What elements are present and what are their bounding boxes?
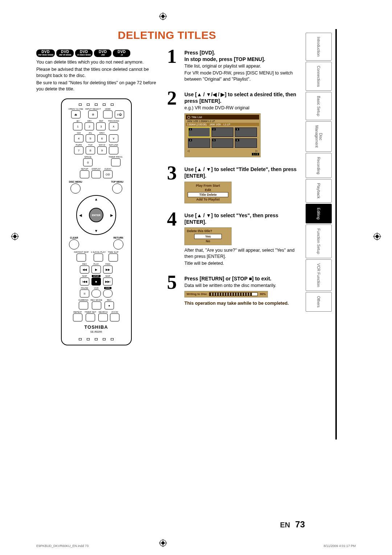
imposition-footer: E9PKBUD_DKVR60KU_EN.indd 73 8/11/2009 4:…	[36, 544, 356, 548]
page-language: EN	[280, 521, 290, 529]
step-3: 3 Use [▲ / ▼] to select "Title Delete", …	[167, 166, 298, 203]
page-number: 73	[295, 519, 305, 530]
remote-model: SE-R0295	[90, 331, 102, 333]
thumb: 5	[212, 138, 234, 148]
thumb: 1	[188, 127, 210, 137]
page-title: DELETING TITLES	[36, 29, 298, 41]
source-file-label: E9PKBUD_DKVR60KU_EN.indd 73	[36, 544, 89, 548]
thumb: 6	[235, 138, 257, 148]
crop-mark-left	[11, 232, 19, 240]
crop-mark-right	[373, 232, 381, 240]
osd-title-list: Title List JAN/ 1/09 1:00AM L1 LP 1:00AM…	[184, 113, 261, 157]
tab-introduction[interactable]: Introduction	[306, 33, 332, 61]
intro-p2: Please be advised that the titles once d…	[36, 66, 156, 79]
badge-dvd-rw-video: DVD-RW VIDEO MODE	[36, 49, 55, 57]
right-column: 1 Press [DVD]. In stop mode, press [TOP …	[167, 49, 298, 345]
step-number: 1	[167, 46, 177, 66]
page-edge-rule	[335, 29, 337, 439]
osd-confirm-dialog: Delete this title? Yes No	[184, 227, 232, 245]
tab-vcr-function[interactable]: VCR Function	[306, 259, 332, 291]
remote-brand: TOSHIBA	[84, 324, 108, 330]
tab-function-setup[interactable]: Function Setup	[306, 224, 332, 258]
step-number: 4	[167, 209, 177, 229]
step-2: 2 Use [▲ / ▼/◀ / ▶] to select a desired …	[167, 91, 298, 157]
badge-dvd-plus-r: DVD+R	[113, 49, 130, 57]
timestamp-label: 8/11/2009 4:01:17 PM	[323, 544, 356, 548]
step-4: 4 Use [▲ / ▼] to select "Yes", then pres…	[167, 212, 298, 267]
navigation-pad: ▲ ▼ ◀ ▶ ENTER	[76, 195, 116, 235]
tab-connections[interactable]: Connections	[306, 62, 332, 91]
disc-icon	[187, 116, 190, 119]
thumb: 3	[235, 127, 257, 137]
thumb: 4	[188, 138, 210, 148]
page-footer: EN 73	[36, 519, 305, 530]
step-1: 1 Press [DVD]. In stop mode, press [TOP …	[167, 49, 298, 82]
step-number: 5	[167, 272, 177, 292]
tab-playback[interactable]: Playback	[306, 179, 332, 203]
badge-dvd-r-video: DVD-R VIDEO MODE	[75, 49, 93, 57]
tab-others[interactable]: Others	[306, 292, 332, 312]
tab-disc-management[interactable]: DiscManagement	[306, 121, 332, 151]
dvd-badge-row: DVD-RW VIDEO MODE DVD-RW VR MODE DVD-R V…	[36, 49, 156, 57]
page-content: DELETING TITLES DVD-RW VIDEO MODE DVD-RW…	[36, 29, 298, 516]
thumb: 2	[212, 127, 234, 137]
step-5: 5 Press [RETURN] or [STOP ■] to exit. Da…	[167, 275, 298, 306]
badge-dvd-rw-vr: DVD-RW VR MODE	[56, 49, 74, 57]
crop-mark-top	[159, 12, 167, 20]
left-arrow-icon: ◁	[187, 149, 189, 153]
intro-p3: Be sure to read "Notes for deleting titl…	[36, 80, 156, 92]
remote-control-illustration: OPEN/ CLOSE⏏ INPUT SELECT⊕ HDMI I/⏻ .@/:…	[61, 98, 132, 345]
intro-p1: You can delete titles which you do not n…	[36, 59, 156, 65]
osd-context-menu: Play From Start Edit Title Delete Add To…	[184, 182, 232, 203]
tab-editing[interactable]: Editing	[306, 204, 332, 223]
tab-basic-setup[interactable]: Basic Setup	[306, 92, 332, 120]
left-column: DVD-RW VIDEO MODE DVD-RW VR MODE DVD-R V…	[36, 49, 156, 345]
section-tabs: Introduction Connections Basic Setup Dis…	[306, 33, 332, 312]
right-arrow-icon: ▷	[256, 149, 258, 153]
osd-writing-progress: Writing to Disc 90%	[184, 291, 268, 297]
tab-recording[interactable]: Recording	[306, 153, 332, 178]
step-number: 3	[167, 163, 177, 183]
badge-dvd-plus-rw: DVD+RW	[94, 49, 111, 57]
step-number: 2	[167, 88, 177, 108]
operation-note: This operation may take awhile to be com…	[184, 300, 298, 306]
